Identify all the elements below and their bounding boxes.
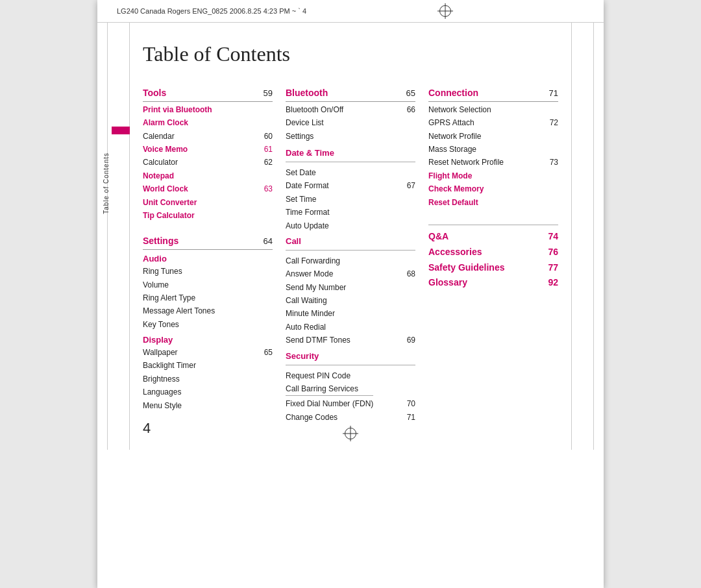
audio-subsection: Audio <box>143 254 273 263</box>
call-forwarding-item: Call Forwarding <box>286 254 415 267</box>
bluetooth-group: Bluetooth 65 Bluetooth On/Off 66 Device … <box>286 86 415 143</box>
minute-minder-item: Minute Minder <box>286 307 415 320</box>
set-date-item: Set Date <box>286 166 415 179</box>
call-subsection: Call <box>286 236 415 246</box>
divider1 <box>286 162 415 162</box>
tools-page: 59 <box>264 86 273 101</box>
toc-columns: Tools 59 Print via Bluetooth Alarm Clock… <box>143 86 558 424</box>
ring-tunes-item: Ring Tunes <box>143 265 273 278</box>
time-format-item: Time Format <box>286 206 415 219</box>
reset-default-item: Reset Default <box>428 196 558 209</box>
tools-header: Tools 59 <box>143 86 273 102</box>
connection-header: Connection 71 <box>428 86 558 102</box>
brightness-item: Brightness <box>143 373 273 386</box>
auto-update-item: Auto Update <box>286 219 415 232</box>
header-bar: LG240 Canada Rogers ENG_0825 2006.8.25 4… <box>97 0 604 23</box>
connection-group: Connection 71 Network Selection GPRS Att… <box>428 86 558 209</box>
network-selection-item: Network Selection <box>428 103 558 116</box>
toc-col-3: Connection 71 Network Selection GPRS Att… <box>428 86 558 424</box>
left-margin-line-left <box>107 23 108 450</box>
safety-guidelines-item: Safety Guidelines 77 <box>428 260 558 276</box>
world-clock-page: 63 <box>264 182 273 195</box>
calculator-label: Calculator <box>143 156 178 169</box>
vertical-label: Table of Contents <box>103 153 110 214</box>
settings-label: Settings <box>143 234 178 249</box>
check-memory-item: Check Memory <box>428 182 558 195</box>
divider4 <box>428 225 558 225</box>
backlight-item: Backlight Timer <box>143 359 273 372</box>
glossary-item: Glossary 92 <box>428 275 558 291</box>
tip-calculator-label: Tip Calculator <box>143 209 195 222</box>
mass-storage-item: Mass Storage <box>428 143 558 156</box>
unit-converter-item: Unit Converter <box>143 196 273 209</box>
page-number: 4 <box>143 420 151 437</box>
calculator-item: Calculator 62 <box>143 156 273 169</box>
print-bluetooth-label: Print via Bluetooth <box>143 103 212 116</box>
flight-mode-item: Flight Mode <box>428 169 558 182</box>
security-subsection: Security <box>286 351 415 361</box>
settings-group: Settings 64 Audio Ring Tunes Volume Ring… <box>143 234 273 412</box>
answer-mode-item: Answer Mode 68 <box>286 267 415 280</box>
tools-group: Tools 59 Print via Bluetooth Alarm Clock… <box>143 86 273 222</box>
accessories-item: Accessories 76 <box>428 245 558 260</box>
world-clock-item: World Clock 63 <box>143 182 273 195</box>
calculator-page: 62 <box>264 156 273 169</box>
date-format-item: Date Format 67 <box>286 179 415 192</box>
alarm-clock-label: Alarm Clock <box>143 116 188 129</box>
auto-redial-item: Auto Redial <box>286 321 415 334</box>
left-margin: Table of Contents <box>97 23 130 450</box>
header-crosshair-icon <box>439 5 451 17</box>
bluetooth-page: 65 <box>406 86 415 101</box>
qanda-item: Q&A 74 <box>428 229 558 245</box>
right-margin <box>571 23 604 450</box>
notepad-item: Notepad <box>143 169 273 182</box>
print-bluetooth-item: Print via Bluetooth <box>143 103 273 116</box>
bottom-crosshair-icon <box>345 428 356 439</box>
ring-alert-item: Ring Alert Type <box>143 291 273 304</box>
key-tones-item: Key Tones <box>143 318 273 331</box>
connection-page: 71 <box>549 86 558 101</box>
settings-header: Settings 64 <box>143 234 273 250</box>
display-subsection: Display <box>143 335 273 345</box>
page-inner: Table of Contents Table of Contents Tool… <box>97 23 604 450</box>
divider2 <box>286 250 415 251</box>
page-content: Table of Contents Tools 59 Print via Blu… <box>130 23 571 450</box>
unit-converter-label: Unit Converter <box>143 196 197 209</box>
send-my-num-item: Send My Number <box>286 281 415 294</box>
send-dtmf-item: Send DTMF Tones 69 <box>286 334 415 347</box>
change-codes-item: Change Codes 71 <box>286 411 415 424</box>
page-title: Table of Contents <box>143 42 558 66</box>
gprs-attach-item: GPRS Attach 72 <box>428 116 558 129</box>
divider3 <box>286 365 415 365</box>
toc-col-1: Tools 59 Print via Bluetooth Alarm Clock… <box>143 86 273 424</box>
set-time-item: Set Time <box>286 193 415 206</box>
qanda-group: Q&A 74 Accessories 76 Safety Guidelines … <box>428 229 558 291</box>
voice-memo-item: Voice Memo 61 <box>143 143 273 156</box>
languages-item: Languages <box>143 386 273 398</box>
connection-label: Connection <box>428 86 478 101</box>
header-text: LG240 Canada Rogers ENG_0825 2006.8.25 4… <box>117 7 306 15</box>
wallpaper-item: Wallpaper 65 <box>143 346 273 359</box>
marker-bar <box>112 127 130 134</box>
bt-settings-item: Settings <box>286 130 415 143</box>
reset-network-item: Reset Network Profile 73 <box>428 156 558 169</box>
calendar-page: 60 <box>264 130 273 143</box>
call-waiting-item: Call Waiting <box>286 294 415 307</box>
right-margin-line-right <box>593 23 594 450</box>
message-alert-item: Message Alert Tones <box>143 304 273 317</box>
notepad-label: Notepad <box>143 169 174 182</box>
fdn-item: Fixed Dial Number (FDN) 70 <box>286 395 415 410</box>
calendar-label: Calendar <box>143 130 175 143</box>
tools-label: Tools <box>143 86 166 101</box>
page: LG240 Canada Rogers ENG_0825 2006.8.25 4… <box>97 0 604 588</box>
alarm-clock-item: Alarm Clock <box>143 116 273 129</box>
call-barring-item: Call Barring Services <box>286 382 415 395</box>
bluetooth-header: Bluetooth 65 <box>286 86 415 102</box>
voice-memo-label: Voice Memo <box>143 143 188 156</box>
settings-page: 64 <box>264 234 273 249</box>
tip-calculator-item: Tip Calculator <box>143 209 273 222</box>
bt-onoff-item: Bluetooth On/Off 66 <box>286 103 415 116</box>
volume-item: Volume <box>143 278 273 291</box>
menu-style-item: Menu Style <box>143 399 273 412</box>
bluetooth-label: Bluetooth <box>286 86 328 101</box>
